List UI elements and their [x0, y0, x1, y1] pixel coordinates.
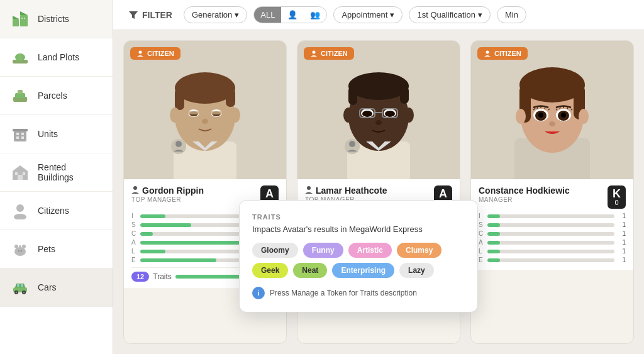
- badge-label-3: CITIZEN: [494, 50, 521, 57]
- tab-user[interactable]: 👤: [281, 7, 304, 23]
- card-grade-3: K 0: [608, 185, 626, 209]
- min-label: Min: [505, 10, 518, 19]
- svg-rect-65: [348, 86, 357, 105]
- svg-rect-52: [211, 111, 222, 114]
- stat-bar: [487, 232, 614, 236]
- trait-tag-lazy[interactable]: Lazy: [399, 263, 434, 278]
- sidebar-item-cars[interactable]: Cars: [0, 268, 113, 307]
- citizen-badge-2: CITIZEN: [304, 47, 354, 60]
- svg-line-100: [560, 107, 560, 109]
- trait-tag-clumsy[interactable]: Clumsy: [397, 243, 441, 258]
- svg-rect-14: [16, 133, 19, 135]
- svg-point-79: [349, 141, 355, 147]
- filter-button[interactable]: FILTER: [123, 8, 177, 23]
- svg-rect-4: [24, 18, 25, 19]
- svg-point-54: [170, 108, 180, 123]
- stat-label: C: [131, 230, 136, 237]
- svg-point-81: [486, 51, 489, 54]
- stat-bar-fill: [140, 258, 216, 262]
- svg-rect-12: [18, 90, 23, 94]
- tooltip-title: TRAITS: [252, 213, 465, 221]
- cards-area: CITIZEN: [113, 30, 644, 354]
- citizens-icon: [10, 201, 30, 221]
- districts-icon: [10, 9, 30, 29]
- card-info-3: Constance Hodkiewic MANAGER K 0 I 1 S: [471, 179, 633, 270]
- stat-bar-fill: [487, 250, 500, 253]
- trait-tag-enterprising[interactable]: Enterprising: [332, 263, 394, 278]
- sidebar-item-districts[interactable]: Districts: [0, 0, 113, 38]
- traits-tooltip: TRAITS Impacts Avatar's results in MegaW…: [239, 200, 478, 313]
- person-icon-1: [131, 185, 139, 194]
- trait-tag-geek[interactable]: Geek: [252, 263, 288, 278]
- sidebar-item-parcels[interactable]: Parcels: [0, 77, 113, 115]
- sidebar-item-landplots[interactable]: Land Plots: [0, 38, 113, 77]
- trait-tag-artistic[interactable]: Artistic: [348, 243, 392, 258]
- svg-point-34: [16, 292, 18, 294]
- sidebar-item-rented[interactable]: Rented Buildings: [0, 153, 113, 192]
- stat-label: I: [131, 213, 136, 219]
- info-icon: i: [252, 287, 265, 299]
- qualification-dropdown[interactable]: 1st Qualification ▾: [409, 6, 491, 23]
- svg-point-80: [307, 186, 311, 190]
- sidebar-item-units[interactable]: Units: [0, 115, 113, 153]
- avatar-2: [297, 41, 460, 179]
- svg-rect-18: [13, 129, 28, 131]
- trait-tag-neat[interactable]: Neat: [293, 263, 327, 278]
- cars-icon: [10, 277, 30, 297]
- tab-user2[interactable]: 👥: [304, 7, 326, 23]
- parcels-icon: [10, 86, 30, 106]
- citizen-card-3[interactable]: CITIZEN: [470, 40, 634, 344]
- card-name-text-3: Constance Hodkiewic: [479, 185, 570, 196]
- trait-tag-gloomy[interactable]: Gloomy: [252, 243, 298, 258]
- sidebar-item-pets[interactable]: Pets: [0, 230, 113, 268]
- sidebar-label-landplots: Land Plots: [38, 52, 79, 62]
- svg-point-24: [14, 214, 26, 219]
- svg-point-30: [21, 250, 23, 252]
- svg-point-76: [404, 108, 414, 123]
- svg-rect-1: [20, 15, 28, 26]
- svg-point-40: [139, 51, 142, 54]
- svg-point-23: [16, 204, 24, 212]
- svg-point-75: [343, 108, 353, 123]
- traits-label-1: Traits: [153, 272, 172, 281]
- stat-label: S: [131, 221, 136, 228]
- grade-letter-1: A: [265, 188, 274, 199]
- svg-line-95: [537, 107, 538, 109]
- tooltip-info-text: Press Manage a Token for Traits descript…: [270, 289, 417, 297]
- svg-point-69: [362, 111, 372, 117]
- stat-label: C: [479, 230, 484, 237]
- units-icon: [10, 124, 30, 144]
- svg-rect-38: [21, 284, 23, 287]
- stat-row: L 1: [479, 248, 626, 255]
- svg-point-104: [549, 121, 555, 126]
- trait-tag-funny[interactable]: Funny: [303, 243, 343, 258]
- svg-rect-66: [400, 86, 409, 104]
- min-dropdown[interactable]: Min: [497, 6, 526, 23]
- grade-num-3: 0: [614, 199, 618, 206]
- topbar: FILTER Generation ▾ ALL 👤 👥 Appointment …: [113, 0, 644, 30]
- generation-dropdown[interactable]: Generation ▾: [184, 6, 247, 23]
- svg-point-55: [230, 108, 240, 123]
- citizen-icon-1: [136, 50, 144, 57]
- avatar-1: [124, 41, 286, 179]
- chevron-down-icon: ▾: [235, 10, 239, 19]
- svg-marker-39: [129, 11, 138, 19]
- stat-label: S: [479, 221, 484, 228]
- sidebar-item-citizens[interactable]: Citizens: [0, 192, 113, 230]
- svg-rect-17: [21, 136, 24, 139]
- appointment-dropdown[interactable]: Appointment ▾: [333, 6, 402, 23]
- grade-letter-2: A: [439, 188, 447, 199]
- view-toggle: ALL 👤 👥: [253, 6, 327, 23]
- svg-point-60: [313, 51, 316, 54]
- tab-all[interactable]: ALL: [254, 7, 281, 23]
- pets-icon: [10, 239, 30, 259]
- stat-label: A: [131, 239, 136, 246]
- card-name-2: Lamar Heathcote: [305, 185, 387, 196]
- main-content: FILTER Generation ▾ ALL 👤 👥 Appointment …: [113, 0, 644, 354]
- rented-icon: [10, 162, 30, 182]
- svg-point-28: [19, 245, 21, 248]
- stat-value: 1: [618, 213, 626, 219]
- sidebar: Districts Land Plots Parcels Units Rente…: [0, 0, 113, 354]
- svg-point-27: [22, 245, 26, 248]
- sidebar-label-pets: Pets: [38, 244, 55, 254]
